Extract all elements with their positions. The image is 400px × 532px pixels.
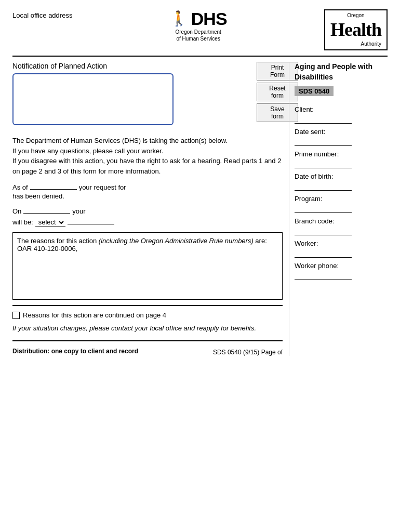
distribution-text: Distribution: one copy to client and rec… [12,347,138,356]
blue-input-box[interactable] [12,73,174,125]
dhs-big-text: DHS [191,9,227,29]
dhs-logo: 🚶 DHS Oregon Department of Human Service… [170,9,227,42]
local-office-label: Local office address [12,9,72,19]
right-section: Aging and People with Disabilities SDS 0… [289,62,388,356]
as-of-row: As of your request for [12,181,283,191]
client-field[interactable] [295,114,352,124]
dhs-subtitle: Oregon Department of Human Services [176,29,221,42]
on-row: On your [12,205,283,215]
has-been-denied: has been denied. [12,192,283,200]
will-be-value-field[interactable] [68,216,114,224]
notification-label: Notification of Planned Action [12,62,174,70]
branch-code-label: Branch code: [295,217,388,225]
reasons-box: The reasons for this action (including t… [12,232,283,300]
italic-note: If your situation changes, please contac… [12,324,283,332]
as-of-date-field[interactable] [30,181,77,190]
date-sent-field[interactable] [295,137,352,146]
body-paragraph: The Department of Human Services (DHS) i… [12,136,283,176]
right-top-area: Aging and People with Disabilities SDS 0… [295,62,388,100]
date-of-birth-label: Date of birth: [295,172,388,180]
worker-phone-label: Worker phone: [295,262,388,270]
main-content: Notification of Planned Action Print For… [12,62,388,356]
sds-badge: SDS 0540 [295,86,334,96]
aging-title: Aging and People with Disabilities [295,62,388,82]
branch-code-field[interactable] [295,226,352,235]
checkbox-continued[interactable] [12,312,20,319]
worker-field[interactable] [295,248,352,258]
date-of-birth-group: Date of birth: [295,172,388,191]
sds-footer-code: SDS 0540 (9/15) Page of [213,349,283,356]
worker-group: Worker: [295,240,388,258]
prime-number-label: Prime number: [295,150,388,158]
oregon-health-logo: Oregon Health Authority [324,9,388,50]
worker-phone-group: Worker phone: [295,262,388,280]
prime-number-group: Prime number: [295,150,388,168]
will-be-row: will be: select [12,216,283,227]
footer-divider [12,340,283,341]
program-group: Program: [295,195,388,213]
program-label: Program: [295,195,388,203]
date-of-birth-field[interactable] [295,181,352,191]
client-label: Client: [295,105,388,113]
client-group: Client: [295,105,388,124]
header-middle: Notification of Planned Action [12,62,174,132]
checkbox-row: Reasons for this action are continued on… [12,311,283,319]
header: Local office address 🚶 DHS Oregon Depart… [12,9,388,57]
branch-code-group: Branch code: [295,217,388,235]
worker-phone-field[interactable] [295,271,352,280]
date-sent-group: Date sent: [295,128,388,146]
dhs-person-icon: 🚶 [170,11,188,27]
footer-row: Distribution: one copy to client and rec… [12,347,283,356]
worker-label: Worker: [295,240,388,247]
prime-number-field[interactable] [295,159,352,168]
program-field[interactable] [295,204,352,213]
top-buttons-row: Notification of Planned Action Print For… [12,62,283,132]
divider [12,305,283,306]
date-sent-label: Date sent: [295,128,388,136]
on-date-field[interactable] [23,205,70,214]
will-be-select[interactable]: select [35,218,65,227]
left-section: Notification of Planned Action Print For… [12,62,283,356]
